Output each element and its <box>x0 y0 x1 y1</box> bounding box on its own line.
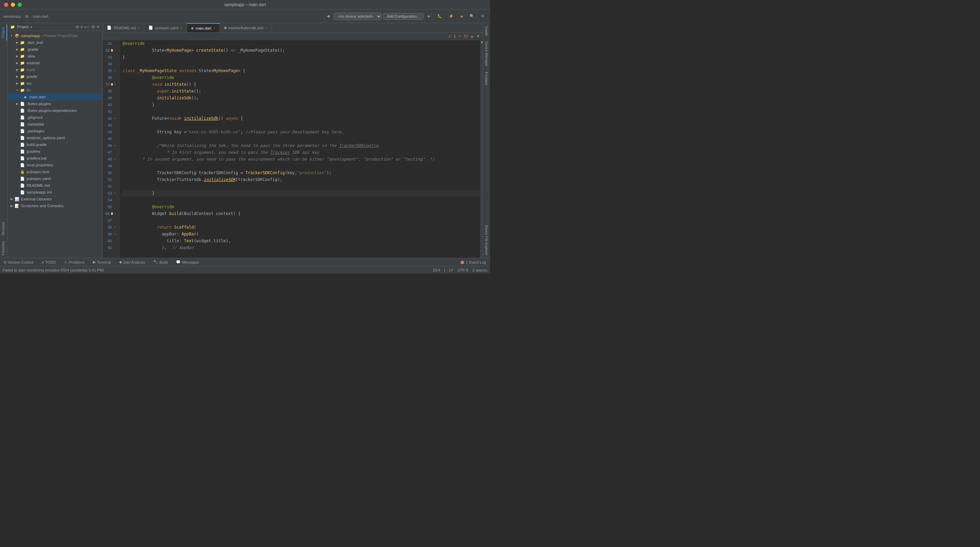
event-error-icon: ⬤ <box>460 260 464 264</box>
project-dropdown-arrow[interactable]: ▾ <box>30 25 32 29</box>
device-file-explorer-panel-tab[interactable]: Device File Explorer <box>483 222 490 258</box>
minimize-button[interactable] <box>11 3 15 7</box>
tree-item-ios[interactable]: ▶ 📁 ios <box>8 80 102 87</box>
tree-item-gradle[interactable]: ▶ 📁 gradle <box>8 73 102 80</box>
tree-item-gradle-hidden[interactable]: ▶ 📁 .gradle <box>8 46 102 53</box>
dart-analysis-tab[interactable]: ◆ Dart Analysis <box>118 259 146 265</box>
line-54: 54▾ <box>103 197 119 204</box>
back-button[interactable]: ◀ <box>324 13 332 20</box>
run-coverage-button[interactable]: ⚡ <box>446 13 456 20</box>
tree-item-readme[interactable]: ▶ 📄 README.md <box>8 182 102 189</box>
emulator-panel-tab[interactable]: Emulator <box>483 69 490 88</box>
window-controls[interactable] <box>4 3 22 7</box>
gradle-arrow: ▶ <box>14 75 20 78</box>
device-manager-panel-tab[interactable]: Device Manager <box>483 39 490 69</box>
tree-item-gradlew-bat[interactable]: ▶ 📄 gradlew.bat <box>8 155 102 162</box>
problems-tab[interactable]: ⚠ Problems <box>63 259 86 265</box>
tree-item-external-libs[interactable]: ▶ 📊 External Libraries <box>8 196 102 202</box>
tree-item-analysis-options[interactable]: ▶ 📄 analysis_options.yaml <box>8 134 102 141</box>
readme-tab-close[interactable]: × <box>138 26 140 30</box>
tree-item-flutter-plugins-dep[interactable]: ▶ 📄 .flutter-plugins-dependencies <box>8 107 102 114</box>
line-49: 49▾ <box>103 162 119 169</box>
root-name: sampleapp <box>21 34 40 38</box>
chevron-down-icon[interactable]: ▼ <box>476 34 480 38</box>
analysis-options-label: analysis_options.yaml <box>27 136 65 140</box>
build-arrow: ▶ <box>14 68 20 72</box>
editor-info-bar: ⚠ 1 ✓ 10 ▲ ▼ <box>103 33 482 40</box>
code-content[interactable]: @override State<MyHomePage> createState(… <box>120 40 480 258</box>
tree-item-dart-tool[interactable]: ▶ 📁 .dart_tool <box>8 39 102 46</box>
add-config-button[interactable]: Add Configuration... <box>383 13 424 20</box>
pubspec-lock-icon: 🔒 <box>20 169 25 175</box>
gradle-panel-tab[interactable]: Gradle <box>483 23 490 39</box>
version-control-tab[interactable]: ⑆ Version Control <box>3 259 35 265</box>
sort-icon[interactable]: ⟵ <box>84 24 90 29</box>
trackier-tab-close[interactable]: × <box>266 26 267 30</box>
project-panel-tab[interactable]: Project <box>0 24 7 40</box>
android-arrow: ▶ <box>14 61 20 65</box>
favorites-panel-tab[interactable]: Favorites <box>0 239 7 258</box>
tab-trackier[interactable]: ◆ trackierfluttersdk.dart × <box>220 23 272 32</box>
tab-readme[interactable]: 📄 README.md × <box>103 23 144 32</box>
tree-collapse-icon[interactable]: ≡ <box>80 24 83 29</box>
tree-item-gradlew[interactable]: ▶ 📄 gradlew <box>8 148 102 155</box>
close-panel-icon[interactable]: ✕ <box>96 24 100 29</box>
structure-panel-tab[interactable]: Structure <box>0 219 7 239</box>
code-line-44: String key ="xxxx-xx-4505-bc8b-xx"; //Pl… <box>123 129 480 135</box>
terminal-tab[interactable]: ▶ Terminal <box>92 259 113 265</box>
breadcrumb-lib[interactable]: lib <box>25 14 29 18</box>
flutter-plugins-dep-icon: 📄 <box>20 108 25 113</box>
dart-tool-icon: 📁 <box>20 40 25 45</box>
build-icon-tab: 🔨 <box>153 260 158 264</box>
gradlew-label: gradlew <box>27 149 40 153</box>
stop-button[interactable]: ■ <box>458 13 466 20</box>
todo-icon: ≡ <box>41 260 43 264</box>
spaces[interactable]: 2 spaces <box>472 268 487 272</box>
encoding[interactable]: UTF-8 <box>458 268 468 272</box>
tree-item-main-dart[interactable]: ◆ main.dart <box>8 94 102 100</box>
tree-item-flutter-plugins[interactable]: ▶ 📄 .flutter-plugins <box>8 100 102 107</box>
tree-root-item[interactable]: ▾ 📦 sampleapp ~/Trackier Project/Flutte <box>8 32 102 39</box>
settings-button[interactable]: ⚙ <box>479 13 487 20</box>
gradle-icon: 📁 <box>20 74 25 79</box>
cursor-position[interactable]: 53:4 <box>433 268 440 272</box>
event-log-tab[interactable]: ⬤ 1 Event Log <box>459 259 487 265</box>
debug-button[interactable]: 🐛 <box>434 13 445 20</box>
device-selector[interactable]: <no device selected> <box>334 13 382 20</box>
build-tab[interactable]: 🔨 Build <box>152 259 169 265</box>
tree-item-pubspec-lock[interactable]: ▶ 🔒 pubspec.lock <box>8 169 102 175</box>
breadcrumb[interactable]: sampleapp › lib › main.dart <box>3 14 48 18</box>
settings-icon[interactable]: ⚙ <box>91 24 95 29</box>
code-editor[interactable]: 31▾ 32▾ 33▾ 34▾ 35▾ 36▾ 37▾ 38▾ 39▾ 40▾ … <box>103 40 482 258</box>
run-button[interactable]: ▶ <box>425 13 433 20</box>
tree-item-pubspec-yaml[interactable]: ▶ 📄 pubspec.yaml <box>8 175 102 182</box>
messages-tab[interactable]: 💬 Messages <box>175 259 200 265</box>
tab-main[interactable]: ◆ main.dart × <box>187 23 220 32</box>
line-encoding[interactable]: LF <box>449 268 453 272</box>
tree-item-iml[interactable]: ▶ 📄 sampleapp.iml <box>8 189 102 196</box>
tree-item-build[interactable]: ▶ 📁 build <box>8 66 102 73</box>
tree-item-idea[interactable]: ▶ 📁 .idea <box>8 53 102 59</box>
locate-icon[interactable]: ⊕ <box>76 24 79 29</box>
breadcrumb-project[interactable]: sampleapp <box>3 14 21 18</box>
tab-pubspec[interactable]: 📄 pubspec.yaml × <box>144 23 187 32</box>
tree-item-scratches[interactable]: ▶ 📝 Scratches and Consoles <box>8 202 102 209</box>
tree-item-packages[interactable]: ▶ 📄 .packages <box>8 127 102 134</box>
chevron-up-icon[interactable]: ▲ <box>470 34 474 38</box>
tree-item-lib[interactable]: ▾ 📁 lib <box>8 87 102 94</box>
tree-item-gitignore[interactable]: ▶ 📄 .gitignore <box>8 114 102 121</box>
error-count: 10 <box>464 34 468 38</box>
maximize-button[interactable] <box>18 3 22 7</box>
tree-item-android[interactable]: ▶ 📁 android <box>8 59 102 66</box>
breadcrumb-file[interactable]: main.dart <box>33 14 48 18</box>
todo-tab[interactable]: ≡ TODO <box>40 259 57 265</box>
warning-count: 1 <box>454 34 456 38</box>
tree-item-metadata[interactable]: ▶ 📄 .metadata <box>8 121 102 127</box>
tree-item-build-gradle[interactable]: ▶ 📄 build.gradle <box>8 141 102 148</box>
close-button[interactable] <box>4 3 8 7</box>
pubspec-tab-close[interactable]: × <box>180 26 182 30</box>
search-button[interactable]: 🔍 <box>467 13 477 20</box>
main-tab-close[interactable]: × <box>213 26 215 30</box>
tree-item-local-props[interactable]: ▶ 📄 local.properties <box>8 162 102 169</box>
gradle-hidden-label: .gradle <box>27 47 38 51</box>
